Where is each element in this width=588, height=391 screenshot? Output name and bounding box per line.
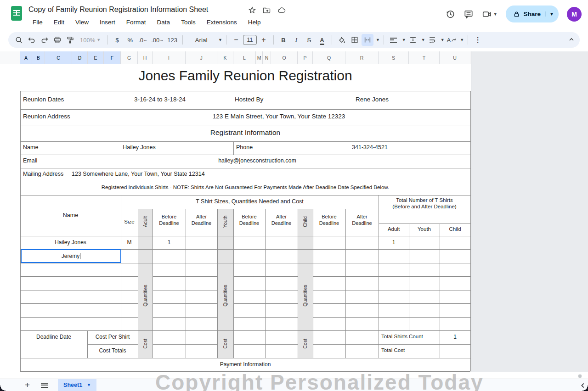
hide-menus-icon[interactable] <box>568 36 575 43</box>
cell-total-adult-header[interactable]: Adult <box>379 226 409 232</box>
column-header-C[interactable]: C <box>45 51 72 64</box>
cell-total-shirts-count-value[interactable]: 1 <box>440 334 470 340</box>
cell-name-col-header[interactable]: Name <box>20 212 121 218</box>
menu-tools[interactable]: Tools <box>178 18 199 27</box>
quantities-vertical-label-adult[interactable]: Quantities <box>142 268 148 323</box>
child-vertical-label[interactable]: Child <box>302 194 308 249</box>
redo-button[interactable] <box>39 34 51 46</box>
quantities-vertical-label-child[interactable]: Quantities <box>302 268 308 323</box>
horizontal-align-button[interactable] <box>388 34 400 46</box>
column-header-B[interactable]: B <box>32 51 45 64</box>
cell-email-value[interactable]: hailey@jonesconstruction.com <box>188 157 326 164</box>
fill-color-button[interactable] <box>336 34 348 46</box>
column-header-G[interactable]: G <box>121 51 138 64</box>
column-header-T[interactable]: T <box>409 51 440 64</box>
cell-payment-info-header[interactable]: Payment Information <box>20 361 470 368</box>
cell-row12-qty[interactable]: 1 <box>153 239 186 246</box>
merge-dropdown-icon[interactable]: ▼ <box>376 38 380 42</box>
cell-phone-label[interactable]: Phone <box>236 144 253 151</box>
cell-shirts-note[interactable]: Registered Individuals Shirts - NOTE: Sh… <box>20 184 470 190</box>
cell-row12-total-adult[interactable]: 1 <box>379 239 409 246</box>
avatar[interactable]: M <box>567 7 582 22</box>
column-header-H[interactable]: H <box>138 51 153 64</box>
column-header-A[interactable]: A <box>20 51 32 64</box>
cell-cost-totals-label[interactable]: Cost Totals <box>87 347 138 354</box>
quantities-vertical-label-youth[interactable]: Quantities <box>222 268 228 323</box>
share-dropdown-icon[interactable]: ▼ <box>545 11 554 17</box>
add-sheet-button[interactable]: + <box>25 380 30 390</box>
menu-help[interactable]: Help <box>245 18 264 27</box>
cell-total-child-header[interactable]: Child <box>440 226 470 232</box>
increase-decimal-button[interactable]: .00→ <box>150 34 165 46</box>
text-wrap-dropdown-icon[interactable]: ▼ <box>441 38 445 42</box>
menu-view[interactable]: View <box>72 18 92 27</box>
font-family-dropdown-icon[interactable]: ▼ <box>218 38 222 42</box>
all-sheets-icon[interactable] <box>41 381 48 389</box>
cell-hosted-by-label[interactable]: Hosted By <box>235 96 263 103</box>
youth-vertical-label[interactable]: Youth <box>222 194 228 249</box>
format-percent-button[interactable]: % <box>124 34 136 46</box>
cell-reunion-dates-label[interactable]: Reunion Dates <box>23 96 64 103</box>
comments-icon[interactable] <box>464 9 474 19</box>
decrease-decimal-button[interactable]: .0← <box>137 34 149 46</box>
cell-reunion-dates[interactable]: 3-16-24 to 3-18-24 <box>114 96 206 103</box>
menu-data[interactable]: Data <box>154 18 174 27</box>
column-header-Q[interactable]: Q <box>313 51 345 64</box>
format-currency-button[interactable]: $ <box>111 34 123 46</box>
cell-email-label[interactable]: Email <box>23 157 37 164</box>
text-rotation-button[interactable]: A <box>446 34 458 46</box>
sheet-tab-dropdown-icon[interactable]: ▼ <box>87 383 91 387</box>
strikethrough-button[interactable]: S <box>303 34 315 46</box>
column-header-L[interactable]: L <box>233 51 256 64</box>
cell-before-deadline-2[interactable]: BeforeDeadline <box>233 214 265 226</box>
borders-button[interactable] <box>349 34 361 46</box>
undo-button[interactable] <box>26 34 38 46</box>
column-header-D[interactable]: D <box>72 51 88 64</box>
adult-vertical-label[interactable]: Adult <box>142 194 148 249</box>
star-icon[interactable] <box>248 6 256 14</box>
italic-button[interactable]: I <box>290 34 302 46</box>
cell-cost-per-shirt-label[interactable]: Cost Per Shirt <box>87 334 138 340</box>
sheets-logo-icon[interactable] <box>11 6 22 21</box>
column-header-F[interactable]: F <box>104 51 121 64</box>
document-title[interactable]: Copy of Family Reunion Registration Info… <box>28 6 208 14</box>
cell-size-col-header[interactable]: Size <box>121 219 138 224</box>
zoom-control[interactable]: 100%▼ <box>77 34 103 46</box>
column-header-P[interactable]: P <box>298 51 313 64</box>
cell-mailing-value[interactable]: 123 Somewhere Lane, Your Town, Your Stat… <box>72 171 205 177</box>
cell-name-value[interactable]: Hailey Jones <box>93 144 185 151</box>
cell-mailing-label[interactable]: Mailing Address <box>23 171 63 177</box>
meet-dropdown-icon[interactable]: ▼ <box>493 12 498 17</box>
select-all-corner[interactable] <box>0 51 20 64</box>
cell-tshirt-header[interactable]: T Shirt Sizes, Quantities Needed and Cos… <box>121 198 379 205</box>
cloud-status-icon[interactable] <box>277 6 286 14</box>
menu-insert[interactable]: Insert <box>96 18 119 27</box>
cell-reunion-address[interactable]: 123 E Main Street, Your Town, Your State… <box>187 113 371 120</box>
cell-row12-size[interactable]: M <box>121 239 138 246</box>
cell-total-shirts-count-label[interactable]: Total Shirts Count <box>381 334 423 339</box>
move-folder-icon[interactable] <box>262 6 271 14</box>
meet-camera-button[interactable]: ▼ <box>482 9 498 19</box>
text-rotation-dropdown-icon[interactable]: ▼ <box>460 38 464 42</box>
cell-phone-value[interactable]: 341-324-4521 <box>324 144 416 151</box>
more-toolbar-icon[interactable]: ⋮ <box>472 34 484 46</box>
cell-name-label[interactable]: Name <box>23 144 38 151</box>
column-header-K[interactable]: K <box>217 51 233 64</box>
menu-format[interactable]: Format <box>123 18 149 27</box>
cell-row12-name[interactable]: Hailey Jones <box>20 239 121 246</box>
cell-before-deadline-3[interactable]: BeforeDeadline <box>313 214 345 226</box>
menu-extensions[interactable]: Extensions <box>204 18 240 27</box>
decrease-font-size-button[interactable]: − <box>230 34 242 46</box>
search-icon[interactable] <box>13 34 25 46</box>
horizontal-align-dropdown-icon[interactable]: ▼ <box>402 38 406 42</box>
cell-hosted-by[interactable]: Rene Jones <box>326 96 418 103</box>
increase-font-size-button[interactable]: + <box>258 34 270 46</box>
print-button[interactable] <box>51 34 63 46</box>
number-format-button[interactable]: 123 <box>166 34 179 46</box>
column-header-J[interactable]: J <box>186 51 217 64</box>
version-history-icon[interactable] <box>445 9 455 19</box>
column-header-U[interactable]: U <box>440 51 470 64</box>
menu-file[interactable]: File <box>29 18 46 27</box>
cell-deadline-date-label[interactable]: Deadline Date <box>20 334 87 340</box>
text-wrap-button[interactable] <box>426 34 438 46</box>
